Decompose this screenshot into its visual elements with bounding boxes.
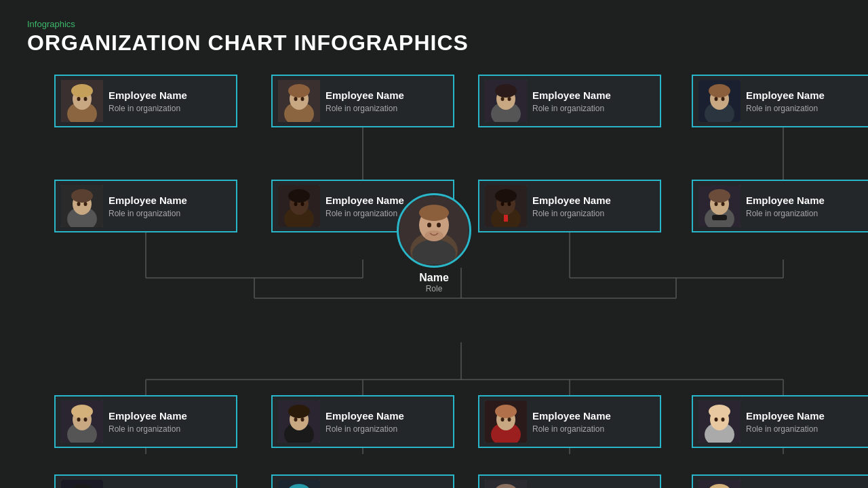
info-t3: Employee Name Role in organization — [532, 89, 611, 113]
card-bs2: Employee Name Role in organization — [271, 474, 454, 488]
info-b3: Employee Name Role in organization — [532, 409, 611, 434]
svg-point-48 — [288, 84, 310, 98]
name-ts4: Employee Name — [746, 194, 825, 207]
svg-point-62 — [508, 97, 511, 101]
name-b1: Employee Name — [108, 409, 187, 423]
header-title: ORGANIZATION CHART INFOGRAPHICS — [27, 30, 841, 56]
card-t4: Employee Name Role in organization — [692, 75, 868, 127]
photo-b4 — [698, 401, 741, 443]
header-subtitle: Infographics — [27, 19, 841, 29]
info-ts3: Employee Name Role in organization — [532, 194, 611, 218]
role-ts2: Role in organization — [326, 209, 404, 218]
svg-point-102 — [301, 418, 304, 422]
photo-b2 — [278, 401, 320, 443]
photo-t1 — [61, 80, 103, 122]
name-ts1: Employee Name — [108, 194, 187, 207]
card-bs1: Employee Name Role in organization — [54, 474, 237, 488]
name-ts3: Employee Name — [532, 194, 611, 207]
boss-name: Name — [419, 272, 449, 284]
role-b2: Role in organization — [326, 424, 404, 434]
photo-ts2 — [278, 185, 320, 227]
svg-point-32 — [437, 223, 441, 228]
page: Infographics ORGANIZATION CHART INFOGRAP… — [0, 0, 868, 488]
svg-point-75 — [722, 97, 725, 101]
photo-ts1 — [61, 185, 103, 227]
role-t2: Role in organization — [326, 104, 404, 113]
info-ts2: Employee Name Role in organization — [326, 194, 404, 218]
svg-point-86 — [71, 405, 93, 418]
svg-point-79 — [709, 189, 730, 203]
info-ts4: Employee Name Role in organization — [746, 194, 825, 218]
svg-point-43 — [77, 202, 81, 206]
card-ts1: Employee Name Role in organization — [54, 180, 237, 232]
name-b4: Employee Name — [746, 409, 825, 423]
svg-point-127 — [715, 418, 718, 422]
card-ts4: Employee Name Role in organization — [692, 180, 868, 232]
role-t4: Role in organization — [746, 104, 825, 113]
svg-point-38 — [84, 97, 87, 101]
svg-point-42 — [71, 189, 93, 203]
boss-node: Name Role — [397, 193, 471, 293]
card-b2: Employee Name Role in organization — [271, 395, 454, 448]
boss-role: Role — [426, 284, 443, 293]
photo-ts3 — [485, 185, 527, 227]
svg-point-31 — [427, 223, 431, 228]
card-b1: Employee Name Role in organization — [54, 395, 237, 448]
svg-rect-69 — [504, 215, 508, 222]
svg-point-88 — [84, 418, 87, 422]
name-t2: Employee Name — [326, 89, 404, 102]
photo-b1 — [61, 401, 103, 443]
card-b3: Employee Name Role in organization — [478, 395, 661, 448]
role-t3: Role in organization — [532, 104, 611, 113]
svg-point-54 — [288, 189, 310, 203]
svg-point-55 — [294, 202, 298, 206]
name-ts2: Employee Name — [326, 194, 404, 207]
card-bs4: Employee Name Role in organization — [692, 474, 868, 488]
svg-point-29 — [419, 205, 449, 221]
svg-point-81 — [722, 202, 725, 206]
svg-point-44 — [84, 202, 87, 206]
photo-t3 — [485, 80, 527, 122]
svg-rect-82 — [712, 215, 727, 220]
svg-point-113 — [501, 418, 505, 422]
svg-point-37 — [77, 97, 81, 101]
header: Infographics ORGANIZATION CHART INFOGRAP… — [27, 19, 841, 56]
svg-point-101 — [294, 418, 298, 422]
photo-bs1 — [61, 480, 103, 488]
boss-circle — [397, 193, 471, 268]
role-b3: Role in organization — [532, 424, 611, 434]
photo-bs3 — [485, 480, 527, 488]
svg-point-73 — [709, 84, 730, 98]
svg-point-80 — [715, 202, 718, 206]
svg-point-49 — [294, 97, 298, 101]
svg-point-30 — [425, 230, 443, 241]
role-t1: Role in organization — [108, 104, 187, 113]
svg-point-61 — [501, 97, 505, 101]
role-ts3: Role in organization — [532, 209, 611, 218]
svg-point-50 — [301, 97, 304, 101]
svg-point-128 — [722, 418, 725, 422]
photo-t4 — [698, 80, 741, 122]
name-t3: Employee Name — [532, 89, 611, 102]
role-b4: Role in organization — [746, 424, 825, 434]
svg-point-67 — [501, 202, 505, 206]
svg-point-126 — [709, 405, 730, 418]
svg-point-36 — [71, 84, 93, 98]
role-ts4: Role in organization — [746, 209, 825, 218]
name-b2: Employee Name — [326, 409, 404, 423]
card-t3: Employee Name Role in organization — [478, 75, 661, 127]
name-b3: Employee Name — [532, 409, 611, 423]
card-b4: Employee Name Role in organization — [692, 395, 868, 448]
name-t1: Employee Name — [108, 89, 187, 102]
info-t2: Employee Name Role in organization — [326, 89, 404, 113]
info-ts1: Employee Name Role in organization — [108, 194, 187, 218]
svg-point-112 — [495, 405, 517, 418]
role-ts1: Role in organization — [108, 209, 187, 218]
info-t1: Employee Name Role in organization — [108, 89, 187, 113]
role-b1: Role in organization — [108, 424, 187, 434]
info-t4: Employee Name Role in organization — [746, 89, 825, 113]
svg-point-100 — [288, 405, 310, 418]
svg-point-87 — [77, 418, 81, 422]
card-ts3: Employee Name Role in organization — [478, 180, 661, 232]
svg-point-74 — [715, 97, 718, 101]
